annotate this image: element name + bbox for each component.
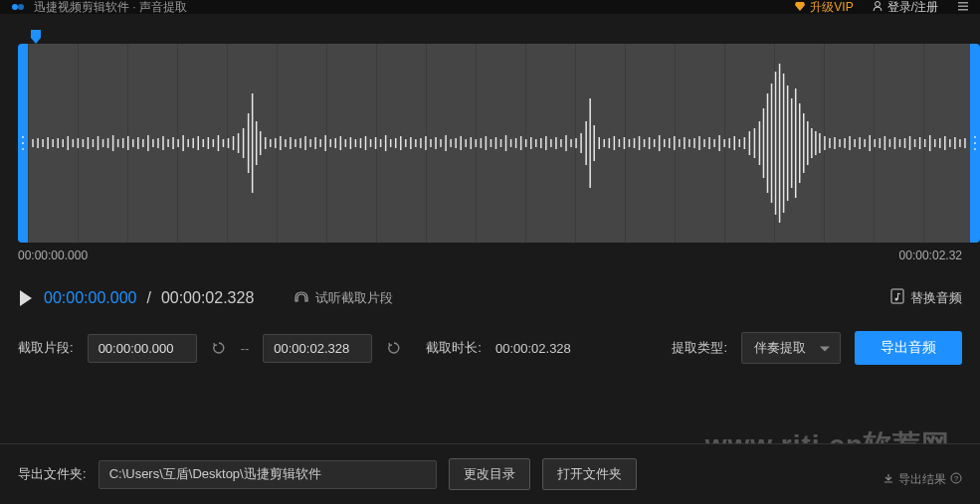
bottom-bar: 导出文件夹: 更改目录 打开文件夹 导出结果 ? — [0, 443, 980, 504]
extract-type-label: 提取类型: — [672, 339, 727, 357]
export-result-link[interactable]: 导出结果 ? — [882, 471, 962, 488]
svg-text:?: ? — [954, 474, 959, 483]
waveform-track[interactable] — [18, 29, 980, 243]
app-title: 迅捷视频剪辑软件 · 声音提取 — [34, 0, 187, 16]
duration-value: 00:00:02.328 — [495, 341, 571, 356]
replace-audio-button[interactable]: 替换音频 — [890, 288, 962, 307]
current-time: 00:00:00.000 — [44, 289, 136, 307]
reset-end-icon[interactable] — [386, 340, 402, 356]
waveform-display[interactable] — [28, 44, 970, 243]
login-link[interactable]: 登录/注册 — [872, 0, 938, 16]
export-audio-button[interactable]: 导出音频 — [855, 331, 962, 365]
preview-segment-button[interactable]: 试听截取片段 — [294, 288, 393, 307]
menu-icon[interactable] — [956, 0, 970, 16]
title-bar: 迅捷视频剪辑软件 · 声音提取 升级VIP 登录/注册 — [0, 0, 980, 14]
waveform-container: 00:00:00.000 00:00:02.32 — [0, 29, 980, 262]
title-left: 迅捷视频剪辑软件 · 声音提取 — [10, 0, 187, 16]
playhead-marker[interactable] — [30, 29, 42, 45]
waveform-svg — [28, 44, 970, 243]
extract-type-select[interactable]: 伴奏提取 — [741, 332, 841, 364]
open-folder-button[interactable]: 打开文件夹 — [542, 458, 637, 490]
trim-handle-left[interactable] — [18, 44, 28, 243]
svg-point-0 — [12, 4, 18, 10]
svg-rect-4 — [958, 5, 968, 7]
play-button[interactable] — [18, 289, 34, 307]
help-icon: ? — [950, 472, 962, 487]
reset-start-icon[interactable] — [211, 340, 227, 356]
svg-rect-3 — [958, 2, 968, 4]
segment-start-input[interactable] — [88, 334, 197, 363]
title-right: 升级VIP 登录/注册 — [794, 0, 970, 16]
duration-label: 截取时长: — [426, 339, 482, 357]
output-folder-path[interactable] — [98, 460, 437, 489]
time-end-label: 00:00:02.32 — [899, 249, 962, 262]
trim-handle-right[interactable] — [970, 44, 980, 243]
vip-link[interactable]: 升级VIP — [794, 0, 853, 16]
user-icon — [872, 0, 883, 15]
change-directory-button[interactable]: 更改目录 — [449, 458, 530, 490]
app-logo-icon — [10, 0, 26, 15]
time-start-label: 00:00:00.000 — [18, 249, 88, 262]
segment-separator: -- — [241, 341, 250, 356]
diamond-icon — [794, 0, 806, 15]
segment-label: 截取片段: — [18, 339, 74, 357]
total-time: 00:00:02.328 — [161, 289, 254, 307]
output-folder-label: 导出文件夹: — [18, 465, 87, 483]
svg-point-1 — [18, 4, 24, 10]
playback-left: 00:00:00.000 / 00:00:02.328 试听截取片段 — [18, 288, 393, 307]
svg-point-2 — [875, 1, 880, 6]
time-labels: 00:00:00.000 00:00:02.32 — [0, 243, 980, 262]
segment-row: 截取片段: -- 截取时长: 00:00:02.328 提取类型: 伴奏提取 导… — [0, 307, 980, 365]
playback-row: 00:00:00.000 / 00:00:02.328 试听截取片段 替换音频 — [0, 270, 980, 307]
headphone-icon — [294, 288, 309, 307]
extract-type-value: 伴奏提取 — [754, 339, 806, 357]
time-separator: / — [146, 289, 150, 307]
music-file-icon — [890, 288, 904, 307]
export-icon — [882, 472, 894, 487]
segment-end-input[interactable] — [263, 334, 372, 363]
svg-rect-5 — [958, 9, 968, 11]
